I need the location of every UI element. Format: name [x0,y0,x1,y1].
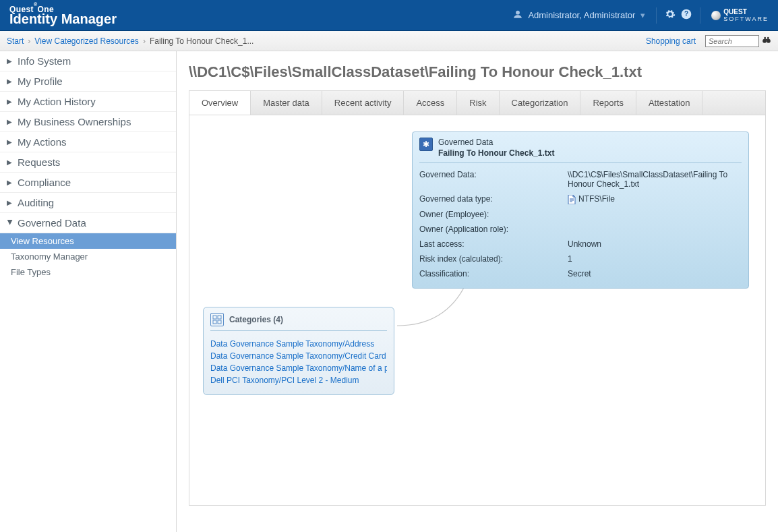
info-row: Last access: Unknown [419,237,742,252]
sidebar-item-action-history[interactable]: ▶My Action History [0,92,176,112]
info-label: Risk index (calculated): [419,254,568,264]
categories-title: Categories (4) [229,315,283,324]
vendor-bottom: SOFTWARE [723,16,769,22]
info-row: Classification: Secret [419,266,742,281]
svg-point-0 [516,11,520,15]
tab-reports[interactable]: Reports [580,91,636,115]
governed-data-icon: ✱ [419,138,433,151]
caret-down-icon: ▶ [7,220,14,227]
category-item[interactable]: Data Governance Sample Taxonomy/Address [210,338,387,350]
info-value: NTFS\File [568,194,742,204]
page-title: \\DC1\C$\Files\SmallClassDataset\Failing… [189,63,766,81]
tab-label: Categorization [512,98,568,108]
sidebar-sub-file-types[interactable]: File Types [0,264,176,280]
tab-access[interactable]: Access [404,91,457,115]
category-item[interactable]: Dell PCI Taxonomy/PCI Level 2 - Medium [210,374,387,386]
sidebar-label: My Action History [18,96,96,107]
info-value [568,210,742,219]
card-subtitle: Governed Data [438,138,554,148]
caret-icon: ▶ [7,78,13,85]
logo-identity: Identity [9,11,57,26]
info-label: Owner (Application role): [419,225,568,234]
search-wrap [705,35,771,47]
tab-bar: Overview Master data Recent activity Acc… [189,91,765,115]
svg-rect-5 [765,37,766,40]
tab-categorization[interactable]: Categorization [500,91,581,115]
breadcrumb-start[interactable]: Start [7,36,24,46]
tab-master-data[interactable]: Master data [251,91,322,115]
sidebar-sub-view-resources[interactable]: View Resources [0,233,176,249]
info-value: 1 [568,254,742,264]
category-item[interactable]: Data Governance Sample Taxonomy/Name of … [210,362,387,374]
logo-manager: Manager [57,11,117,26]
tab-overview[interactable]: Overview [189,91,251,115]
info-label: Classification: [419,269,568,278]
sidebar-item-info-system[interactable]: ▶Info System [0,51,176,71]
caret-icon: ▶ [7,57,13,65]
file-icon [568,195,576,204]
sidebar-item-compliance[interactable]: ▶Compliance [0,173,176,193]
tab-attestation[interactable]: Attestation [636,91,702,115]
caret-icon: ▶ [7,199,13,206]
info-label: Last access: [419,239,568,249]
categories-card: Categories (4) Data Governance Sample Ta… [203,307,394,395]
info-value: Unknown [568,239,742,249]
panel-body: ✱ Governed Data Failing To Honour Check_… [189,115,765,502]
orb-icon [711,11,721,20]
card-title: Failing To Honour Check_1.txt [438,148,554,159]
tab-label: Risk [469,98,486,108]
info-row: Owner (Application role): [419,222,742,237]
product-logo: Quest®One Identity Manager [9,5,117,26]
content-panel: Overview Master data Recent activity Acc… [189,90,766,506]
vendor-logo: QUEST SOFTWARE [711,9,769,22]
sidebar-item-requests[interactable]: ▶Requests [0,152,176,173]
main-content: \\DC1\C$\Files\SmallClassDataset\Failing… [177,51,778,532]
breadcrumb-level1[interactable]: View Categorized Resources [34,36,139,46]
sidebar-label: My Actions [18,136,67,148]
search-input[interactable] [705,35,759,47]
user-name-label: Administrator, Administrator [528,10,635,20]
breadcrumb-current: Failing To Honour Check_1... [150,36,254,46]
breadcrumb-bar: Start › View Categorized Resources › Fai… [0,31,778,51]
user-menu[interactable]: Administrator, Administrator ▾ [513,9,645,21]
sidebar-sub-taxonomy-manager[interactable]: Taxonomy Manager [0,249,176,264]
sidebar-sub-label: View Resources [11,236,74,246]
svg-rect-11 [218,320,221,324]
sidebar-item-business-ownerships[interactable]: ▶My Business Ownerships [0,112,176,132]
gear-icon[interactable] [662,6,678,25]
tab-label: Master data [263,98,309,108]
governed-data-card: ✱ Governed Data Failing To Honour Check_… [412,131,749,289]
info-row: Governed data type: NTFS\File [419,191,742,207]
svg-rect-7 [766,39,767,40]
info-row: Risk index (calculated): 1 [419,252,742,266]
tab-label: Reports [593,98,624,108]
svg-rect-9 [218,316,221,319]
help-icon[interactable]: ? [678,6,694,25]
sidebar-label: Compliance [18,177,71,188]
chevron-down-icon: ▾ [640,10,645,20]
category-item[interactable]: Data Governance Sample Taxonomy/Credit C… [210,350,387,362]
sidebar-item-my-profile[interactable]: ▶My Profile [0,71,176,92]
info-label: Governed data type: [419,194,568,204]
tab-recent-activity[interactable]: Recent activity [322,91,405,115]
svg-rect-10 [213,320,216,324]
shopping-cart-link[interactable]: Shopping cart [646,36,696,46]
caret-icon: ▶ [7,118,13,125]
breadcrumb-separator: › [28,36,30,46]
sidebar-label: Governed Data [18,217,86,229]
caret-icon: ▶ [7,179,13,186]
binoculars-icon[interactable] [762,35,771,47]
info-value [568,225,742,234]
caret-icon: ▶ [7,98,13,105]
sidebar-item-my-actions[interactable]: ▶My Actions [0,132,176,152]
categories-icon [210,313,224,326]
info-value: Secret [568,269,742,278]
divider [700,7,700,24]
sidebar: ▶Info System ▶My Profile ▶My Action Hist… [0,51,177,532]
sidebar-item-governed-data[interactable]: ▶Governed Data [0,213,176,233]
svg-rect-8 [213,316,216,319]
tab-risk[interactable]: Risk [457,91,499,115]
sidebar-sub-label: File Types [11,267,51,277]
sidebar-item-auditing[interactable]: ▶Auditing [0,193,176,213]
logo-reg: ® [34,2,38,7]
